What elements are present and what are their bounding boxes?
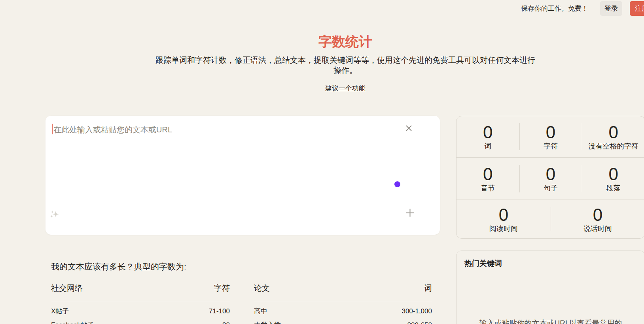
- table-header-row: 论文 词: [254, 283, 432, 301]
- stat-value: 0: [546, 123, 555, 141]
- stat-sentences: 0 句子: [519, 158, 582, 200]
- keywords-empty-hint: 输入或粘贴你的文本或URL以查看最常用的: [456, 318, 644, 324]
- text-caret: [52, 124, 53, 134]
- table-name-header: 社交网络: [51, 283, 83, 294]
- stat-characters-no-spaces: 0 没有空格的字符: [582, 116, 644, 157]
- stat-value: 0: [608, 123, 618, 141]
- table-header-row: 社交网络 字符: [51, 283, 230, 301]
- length-guide-heading: 我的文本应该有多长？典型的字数为:: [51, 261, 186, 272]
- table-row: Facebook帖子 80: [51, 322, 230, 324]
- page-title: 字数统计: [0, 34, 644, 49]
- stats-panel: 0 词 0 字符 0 没有空格的字符 0 音节 0 句子 0 段: [456, 116, 644, 239]
- row-name: Facebook帖子: [51, 322, 94, 324]
- table-row: X帖子 71-100: [51, 308, 230, 315]
- stat-value: 0: [483, 165, 492, 183]
- stats-row-2: 0 音节 0 句子 0 段落: [456, 157, 644, 200]
- ai-assist-button[interactable]: [49, 209, 61, 220]
- social-network-lengths-table: 社交网络 字符 X帖子 71-100 Facebook帖子 80: [51, 283, 230, 324]
- stat-value: 0: [608, 165, 618, 183]
- stats-row-1: 0 词 0 字符 0 没有空格的字符: [456, 116, 644, 157]
- page-subtitle: 跟踪单词和字符计数，修正语法，总结文本，提取关键词等等，使用这个先进的免费工具可…: [0, 55, 644, 75]
- plus-icon: [405, 208, 415, 217]
- stat-label: 没有空格的字符: [589, 142, 638, 150]
- close-icon: [405, 124, 413, 132]
- keywords-panel-title: 热门关键词: [464, 258, 502, 269]
- sparkles-icon: [50, 209, 60, 219]
- stat-paragraphs: 0 段落: [582, 158, 644, 200]
- stat-label: 段落: [606, 184, 621, 192]
- purple-dot-badge[interactable]: [394, 181, 400, 187]
- stat-value: 0: [546, 165, 555, 183]
- row-value: 300-1,000: [402, 308, 432, 315]
- subtitle-line-1: 跟踪单词和字符计数，修正语法，总结文本，提取关键词等等，使用这个先进的免费工具可…: [0, 55, 644, 65]
- stat-words: 0 词: [456, 116, 519, 157]
- stat-value: 0: [593, 206, 602, 224]
- keywords-panel: 热门关键词 输入或粘贴你的文本或URL以查看最常用的: [456, 251, 644, 324]
- login-button[interactable]: 登录: [600, 1, 622, 16]
- stat-label: 音节: [481, 184, 495, 192]
- stat-label: 阅读时间: [489, 225, 518, 233]
- stat-speaking-time: 0 说话时间: [551, 200, 644, 238]
- essay-lengths-table: 论文 词 高中 300-1,000 大学入学 200-650: [254, 283, 432, 324]
- input-placeholder: 在此处输入或粘贴您的文本或URL: [53, 124, 172, 135]
- table-name-header: 论文: [254, 283, 270, 294]
- text-input-area[interactable]: 在此处输入或粘贴您的文本或URL: [45, 116, 440, 235]
- stat-label: 词: [484, 142, 491, 150]
- row-name: X帖子: [51, 308, 69, 315]
- row-value: 71-100: [209, 308, 230, 315]
- table-row: 高中 300-1,000: [254, 308, 432, 315]
- stat-reading-time: 0 阅读时间: [456, 200, 551, 238]
- subtitle-line-2: 操作。: [0, 65, 644, 75]
- table-unit-header: 字符: [214, 283, 230, 294]
- stat-label: 字符: [544, 142, 558, 150]
- stat-label: 句子: [544, 184, 558, 192]
- stat-syllables: 0 音节: [456, 158, 519, 200]
- signup-button[interactable]: 注册: [630, 1, 644, 16]
- stat-value: 0: [483, 123, 492, 141]
- topbar: 保存你的工作。免费！ 登录 注册: [521, 1, 644, 16]
- word-counter-page: 保存你的工作。免费！ 登录 注册 字数统计 跟踪单词和字符计数，修正语法，总结文…: [0, 0, 644, 324]
- table-row: 大学入学 200-650: [254, 322, 432, 324]
- suggest-feature-row: 建议一个功能: [0, 84, 644, 93]
- table-unit-header: 词: [424, 283, 432, 294]
- clear-text-button[interactable]: [404, 124, 413, 133]
- add-content-button[interactable]: [405, 207, 415, 218]
- suggest-feature-link[interactable]: 建议一个功能: [325, 85, 366, 92]
- row-name: 高中: [254, 308, 267, 315]
- stat-label: 说话时间: [583, 225, 612, 233]
- stat-value: 0: [499, 206, 508, 224]
- row-name: 大学入学: [254, 322, 281, 324]
- row-value: 80: [222, 322, 230, 324]
- row-value: 200-650: [407, 322, 432, 324]
- stat-characters: 0 字符: [519, 116, 582, 157]
- save-work-promo-text: 保存你的工作。免费！: [521, 4, 588, 13]
- stats-row-3: 0 阅读时间 0 说话时间: [456, 200, 644, 238]
